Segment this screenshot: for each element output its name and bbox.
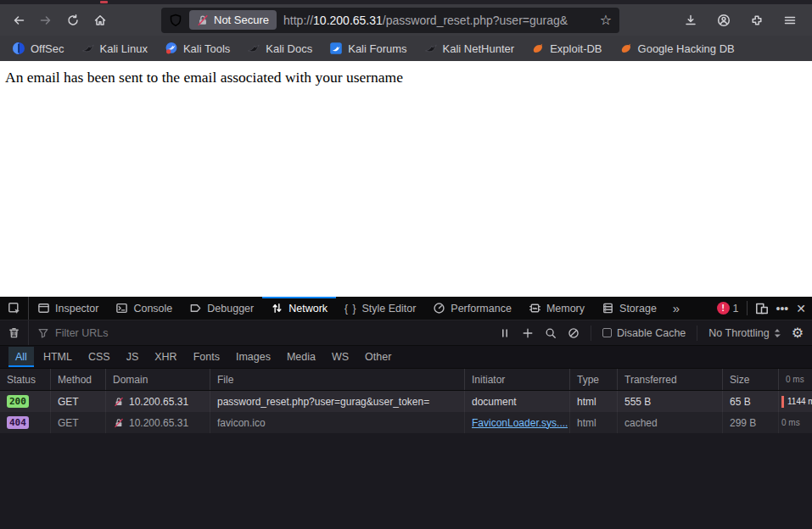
bookmark-item-offsec[interactable]: OffSec	[5, 39, 71, 58]
filter-urls-input[interactable]: Filter URLs	[29, 327, 499, 339]
network-toolbar-right: Disable Cache No Throttling ⚙	[499, 326, 812, 341]
block-requests-button[interactable]	[568, 327, 580, 339]
bookmark-label: Kali NetHunter	[443, 42, 515, 55]
forward-icon	[39, 14, 53, 27]
devtools-menu-button[interactable]: •••	[776, 302, 789, 315]
network-settings-button[interactable]: ⚙	[792, 326, 804, 340]
column-header-file[interactable]: File	[210, 369, 465, 390]
url-text[interactable]: http://10.200.65.31/password_reset.php?u…	[283, 14, 593, 27]
type-cell: html	[570, 412, 618, 433]
column-header-size[interactable]: Size	[723, 369, 779, 390]
type-cell: html	[570, 391, 618, 412]
devtools-panel: InspectorConsoleDebuggerNetwork{ }Style …	[0, 297, 812, 529]
home-icon	[93, 14, 107, 27]
home-button[interactable]	[87, 8, 114, 33]
hamburger-menu-icon	[783, 14, 797, 27]
devtools-tab-console[interactable]: Console	[107, 297, 181, 320]
tab-label: Network	[288, 303, 328, 315]
size-cell: 299 B	[723, 412, 779, 433]
kali-tools-icon	[165, 42, 178, 55]
bookmark-star-icon[interactable]: ☆	[600, 14, 612, 27]
devtools-tab-network[interactable]: Network	[262, 297, 336, 320]
clear-requests-button[interactable]	[0, 320, 29, 345]
new-request-button[interactable]	[522, 327, 534, 339]
puzzle-icon	[750, 14, 764, 27]
devtools-tab-inspector[interactable]: Inspector	[29, 297, 107, 320]
window-top-strip	[0, 0, 812, 4]
bookmark-item-kali-tools[interactable]: Kali Tools	[158, 39, 237, 58]
error-count-badge[interactable]: ! 1	[717, 302, 739, 315]
column-header-transferred[interactable]: Transferred	[618, 369, 723, 390]
transferred-cell: cached	[618, 412, 723, 433]
bookmark-item-kali-forums[interactable]: Kali Forums	[322, 39, 413, 58]
kali-dragon-icon	[81, 42, 95, 55]
devtools-tab-memory[interactable]: Memory	[520, 297, 593, 320]
filter-tab-images[interactable]: Images	[229, 347, 277, 367]
devtools-tab-style-editor[interactable]: { }Style Editor	[336, 297, 424, 320]
back-button[interactable]	[5, 8, 32, 33]
filter-tab-js[interactable]: JS	[120, 347, 146, 367]
filter-tab-all[interactable]: All	[8, 347, 34, 367]
column-header-initiator[interactable]: Initiator	[465, 369, 570, 390]
funnel-icon	[37, 327, 49, 339]
page-content: An email has been sent to the email asso…	[0, 61, 812, 297]
security-chip[interactable]: Not Secure	[189, 10, 277, 30]
network-request-row[interactable]: 404GET10.200.65.31favicon.icoFaviconLoad…	[0, 412, 812, 433]
devtools-close-button[interactable]: ✕	[796, 302, 806, 315]
url-bar[interactable]: Not Secure http://10.200.65.31/password_…	[161, 8, 619, 33]
search-requests-button[interactable]	[545, 327, 557, 339]
reload-button[interactable]	[59, 8, 87, 33]
bookmark-item-google-hacking-db[interactable]: Google Hacking DB	[613, 39, 742, 58]
tracking-shield-icon[interactable]	[169, 14, 182, 27]
forward-button[interactable]	[32, 8, 59, 33]
devtools-tab-storage[interactable]: Storage	[593, 297, 665, 320]
downloads-button[interactable]	[677, 8, 704, 33]
tab-label: Inspector	[55, 303, 98, 315]
column-header-method[interactable]: Method	[51, 369, 106, 390]
disable-cache-checkbox[interactable]: Disable Cache	[602, 327, 686, 339]
bookmark-item-kali-docs[interactable]: Kali Docs	[240, 39, 319, 58]
account-button[interactable]	[710, 8, 737, 33]
filter-tab-xhr[interactable]: XHR	[148, 347, 183, 367]
separator	[697, 326, 697, 341]
tab-label: Style Editor	[361, 303, 416, 315]
network-request-row[interactable]: 200GET10.200.65.31password_reset.php?use…	[0, 391, 812, 412]
filter-tab-media[interactable]: Media	[280, 347, 322, 367]
extensions-button[interactable]	[743, 8, 770, 33]
column-header-status[interactable]: Status	[0, 369, 51, 390]
filter-tab-css[interactable]: CSS	[81, 347, 117, 367]
exploit-db-icon	[531, 42, 545, 55]
bookmark-label: Exploit-DB	[550, 42, 602, 55]
url-scheme: http://	[283, 14, 313, 27]
domain-text: 10.200.65.31	[129, 396, 188, 408]
disable-cache-label: Disable Cache	[617, 327, 686, 339]
column-header-domain[interactable]: Domain	[106, 369, 210, 390]
throttling-select[interactable]: No Throttling	[708, 327, 780, 339]
throttling-value: No Throttling	[708, 327, 769, 339]
memory-icon	[529, 302, 541, 315]
pick-element-button[interactable]	[0, 297, 29, 320]
column-header-type[interactable]: Type	[570, 369, 618, 390]
devtools-tab-debugger[interactable]: Debugger	[181, 297, 262, 320]
filter-tab-html[interactable]: HTML	[36, 347, 79, 367]
filter-tab-ws[interactable]: WS	[325, 347, 356, 367]
app-menu-button[interactable]	[776, 8, 804, 33]
network-toolbar: Filter URLs Disable Cache No Throttling …	[0, 320, 812, 346]
bookmark-item-kali-linux[interactable]: Kali Linux	[75, 39, 154, 58]
filter-tab-other[interactable]: Other	[358, 347, 398, 367]
size-cell: 65 B	[723, 391, 779, 412]
tab-label: Debugger	[207, 303, 254, 315]
responsive-design-button[interactable]	[755, 302, 769, 315]
method-cell: GET	[51, 412, 106, 433]
waterfall-cell: 0 ms	[779, 412, 812, 433]
bookmark-item-kali-nethunter[interactable]: Kali NetHunter	[417, 39, 522, 58]
column-header-0-ms[interactable]: 0 ms	[779, 369, 812, 390]
devtools-tab-performance[interactable]: Performance	[424, 297, 520, 320]
bookmark-item-exploit-db[interactable]: Exploit-DB	[524, 39, 608, 58]
initiator-link[interactable]: FaviconLoader.sys....	[472, 417, 568, 429]
trash-icon	[8, 326, 20, 339]
pause-traffic-button[interactable]	[499, 327, 511, 339]
tab-overflow-button[interactable]: »	[665, 297, 687, 320]
filter-tab-fonts[interactable]: Fonts	[187, 347, 227, 367]
filter-urls-placeholder: Filter URLs	[55, 327, 109, 339]
